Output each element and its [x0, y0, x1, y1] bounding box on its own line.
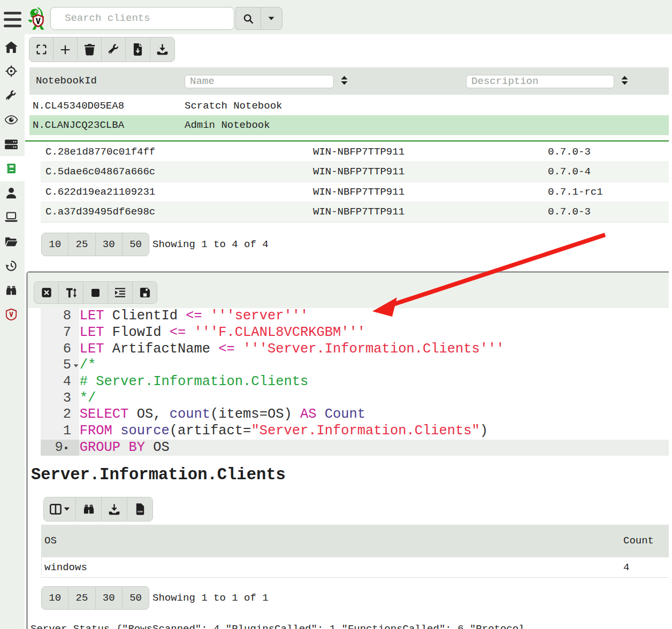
svg-text:csv: csv [138, 510, 143, 513]
